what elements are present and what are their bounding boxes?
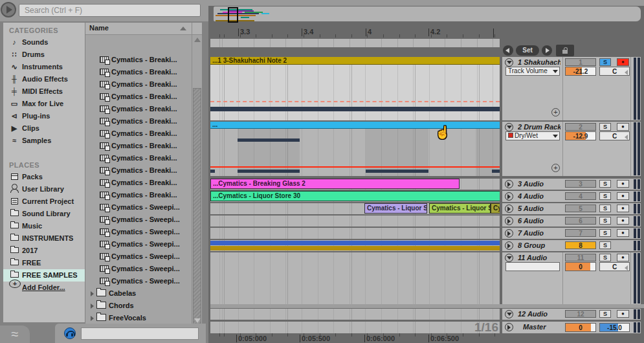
solo-button[interactable]: S [599,205,611,212]
cue-volume-field[interactable]: -15.0 [599,323,630,332]
disclosure-triangle-icon[interactable] [91,304,94,309]
track-2-lane[interactable]: ... [210,122,500,176]
fold-icon[interactable] [505,323,513,331]
arm-button[interactable] [617,254,629,261]
sidebar-item-current-project[interactable]: Current Project [3,195,85,208]
clip-liquor-store-c[interactable]: Cy [491,203,500,214]
fold-icon[interactable] [505,192,513,201]
solo-button[interactable]: S [599,58,611,66]
file-list-sample-row[interactable]: Cymatics - Breaki... [85,91,191,103]
track-header-5-audio[interactable]: 5 Audio 5 S [502,203,641,214]
file-list-sample-row[interactable]: Cymatics - Breaki... [85,164,191,177]
add-automation-lane-button[interactable]: + [551,164,560,172]
sidebar-item-instruments[interactable]: ∿Instruments [3,61,85,73]
sidebar-item-user-library[interactable]: User Library [3,183,85,195]
solo-button[interactable]: S [599,192,611,200]
beat-ruler-ticks[interactable] [210,34,502,38]
solo-button[interactable]: S [599,229,611,237]
file-list-sample-row[interactable]: Cymatics - Sweepi... [85,214,191,226]
fold-icon[interactable] [505,254,513,262]
automation-device-select[interactable] [505,262,560,271]
track-header-2-drum-rack[interactable]: 2 Drum Rack 2 S Dry/Wet -12.9 C + [502,122,641,176]
sidebar-item-plug-ins[interactable]: ⊲Plug-ins [3,110,85,122]
track-11-lane[interactable] [210,252,500,304]
track-header-6-audio[interactable]: 6 Audio 6 S [502,216,641,227]
sidebar-item-sound-library[interactable]: Sound Library [3,208,85,220]
track-activator[interactable]: 7 [565,229,596,237]
browser-circle-button[interactable] [1,2,16,17]
track-5-lane[interactable]: Cymatics - Liquor Sto Cymatics - Liquor … [210,203,500,214]
automation-device-select[interactable]: Dry/Wet [505,131,560,140]
overview-view-rectangle[interactable] [228,7,238,23]
sidebar-item-packs[interactable]: Packs [3,171,85,183]
arm-button[interactable] [617,310,629,318]
set-button[interactable]: Set [516,45,539,56]
volume-field[interactable]: -21.2 [565,67,596,76]
track-activator[interactable]: 8 [565,241,596,249]
track-activator[interactable]: 1 [565,58,596,66]
arm-button[interactable] [617,217,629,225]
file-list-sample-row[interactable]: Cymatics - Breaki... [85,78,191,91]
sidebar-item-music[interactable]: Music [3,220,85,232]
midi-note[interactable] [238,170,300,173]
sidebar-item-max-for-live[interactable]: ▭Max for Live [3,98,85,110]
disclosure-triangle-icon[interactable] [91,291,94,296]
fold-icon[interactable] [505,180,513,188]
file-list-sample-row[interactable]: Cymatics - Sweepi... [85,263,191,275]
pan-field[interactable]: C [599,262,630,271]
file-list-sample-row[interactable]: Cymatics - Breaki... [85,103,191,115]
clip-shakuhachi[interactable]: ...1 3-Shakuhachi Note 2 [210,57,500,65]
clip-breaking-glass[interactable]: ...Cymatics - Breaking Glass 2 [210,179,460,189]
track-activator[interactable]: 3 [565,180,596,188]
scrollbar-thumb[interactable] [193,88,201,327]
arm-button[interactable] [617,229,629,237]
file-list-folder-row[interactable]: Cabelas [85,287,191,300]
solo-button[interactable]: S [599,310,611,318]
track-activator[interactable]: 12 [565,310,596,318]
sidebar-item-instruments[interactable]: INSTRUMENTS [3,232,85,245]
clip-drumrack[interactable]: ... [210,122,500,129]
scrub-area[interactable] [210,39,500,47]
automation-device-select[interactable]: Track Volume [505,67,560,76]
file-list-sample-row[interactable]: Cymatics - Breaki... [85,152,191,164]
volume-field[interactable]: -12.9 [565,131,596,140]
lock-button[interactable] [556,45,574,56]
midi-note[interactable] [238,138,300,142]
solo-button[interactable]: S [599,180,611,188]
fold-icon[interactable] [505,229,513,238]
file-list-sample-row[interactable]: Cymatics - Sweepi... [85,201,191,214]
solo-button[interactable]: S [599,123,611,131]
fold-icon[interactable] [505,123,513,131]
file-list-sample-row[interactable]: Cymatics - Breaki... [85,66,191,78]
track-activator[interactable]: 2 [565,123,596,131]
track-header-3-audio[interactable]: 3 Audio 3 S [502,179,641,190]
scroll-up-icon[interactable] [194,38,201,42]
arm-button[interactable] [617,180,629,188]
file-list-sample-row[interactable]: Cymatics - Breaki... [85,189,191,201]
clip-liquor-store[interactable]: ...Cymatics - Liquor Store 30 [210,191,500,201]
track-header-master[interactable]: Master 0 -15.0 [502,322,641,333]
file-list-sample-row[interactable]: Cymatics - Sweepi... [85,238,191,250]
file-list-header[interactable]: Name [85,23,202,35]
sidebar-item-audio-effects[interactable]: ╫Audio Effects [3,73,85,85]
midi-note[interactable] [210,107,500,111]
file-list-sample-row[interactable]: Cymatics - Breaki... [85,115,191,127]
pan-field[interactable]: C [599,131,630,140]
midi-note[interactable] [366,170,428,173]
file-list-sample-row[interactable]: Cymatics - Breaki... [85,140,191,152]
track-activator[interactable]: 11 [565,254,596,261]
track-header-8-group[interactable]: 8 Group 8 S [502,240,641,251]
track-activator[interactable]: 5 [565,205,596,212]
track-12-lane[interactable] [210,309,500,320]
arm-button[interactable] [617,192,629,200]
solo-button[interactable]: S [599,217,611,225]
disclosure-triangle-icon[interactable] [91,316,94,321]
file-list-folder-row[interactable]: FreeVocals [85,312,191,324]
file-list-sample-row[interactable]: Cymatics - Breaki... [85,54,191,66]
file-list-sample-row[interactable]: Cymatics - Sweepi... [85,275,191,287]
track-header-11-audio[interactable]: 11 Audio 11 S 0 C [502,252,641,304]
fold-icon[interactable] [505,241,513,250]
track-header-4-audio[interactable]: 4 Audio 4 S [502,191,641,202]
track-7-lane[interactable] [210,228,500,239]
track-1-lane[interactable]: ...1 3-Shakuhachi Note 2 [210,57,500,120]
